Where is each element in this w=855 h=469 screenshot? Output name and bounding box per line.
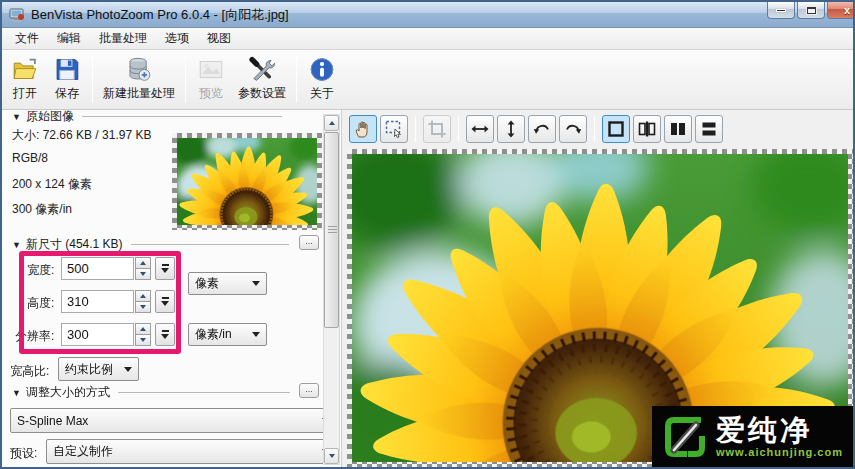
open-label: 打开 [13, 85, 37, 102]
maximize-button[interactable] [797, 2, 825, 19]
new-batch-label: 新建批量处理 [103, 85, 175, 102]
resize-method-value: S-Spline Max [17, 414, 318, 428]
original-section-header[interactable]: ▼ 原始图像 [12, 108, 318, 125]
menu-edit[interactable]: 编辑 [48, 27, 90, 50]
minimize-icon [776, 9, 786, 12]
width-label: 宽度: [27, 262, 54, 279]
stepper-down-button[interactable] [135, 302, 151, 313]
collapse-arrow-icon: ▼ [12, 112, 21, 122]
thumbnail-sunflower-image [177, 138, 317, 225]
open-folder-icon [10, 56, 40, 83]
stepper-up-button[interactable] [135, 257, 151, 269]
preview-button: 预览 [190, 53, 232, 106]
height-input[interactable] [61, 290, 134, 313]
menu-view[interactable]: 视图 [198, 27, 240, 50]
size-unit-value: 像素 [195, 275, 248, 292]
resolution-options-button[interactable] [155, 323, 175, 346]
batch-database-icon [124, 56, 154, 83]
watermark-badge: 爱纯净 www.aichunjing.com [652, 406, 853, 467]
original-mode-text: RGB/8 [12, 151, 48, 165]
stepper-down-button[interactable] [135, 269, 151, 280]
toolbar-separator [458, 116, 459, 142]
width-stepper[interactable] [135, 257, 151, 280]
resolution-stepper[interactable] [135, 323, 151, 346]
flip-vertical-button[interactable] [497, 115, 525, 143]
menu-batch[interactable]: 批量处理 [90, 27, 156, 50]
preset-select[interactable]: 自定义制作 [46, 439, 337, 464]
about-label: 关于 [310, 85, 334, 102]
rotate-cw-icon [563, 119, 583, 139]
about-info-icon [307, 56, 337, 83]
app-window: BenVista PhotoZoom Pro 6.0.4 - [向阳花.jpg]… [0, 0, 855, 469]
resize-method-select[interactable]: S-Spline Max [10, 408, 337, 433]
aspect-ratio-label: 宽高比: [10, 363, 49, 380]
collapse-arrow-icon: ▼ [12, 388, 21, 398]
view-dual-vertical-button[interactable] [664, 115, 692, 143]
up-arrow-icon [140, 327, 146, 331]
original-resolution-text: 300 像素/in [12, 201, 72, 218]
view-single-button[interactable] [602, 115, 630, 143]
scroll-down-button[interactable] [324, 448, 339, 464]
new-size-more-button[interactable]: ... [299, 235, 319, 250]
hand-icon [353, 119, 373, 139]
resolution-unit-select[interactable]: 像素/in [188, 323, 267, 346]
chevron-down-icon [161, 334, 169, 339]
aspect-ratio-select[interactable]: 约束比例 [58, 357, 139, 381]
rotate-ccw-button[interactable] [528, 115, 556, 143]
settings-button[interactable]: 参数设置 [232, 53, 292, 106]
dual-horizontal-view-icon [699, 119, 719, 139]
new-batch-button[interactable]: 新建批量处理 [97, 53, 181, 106]
header-rule [82, 116, 282, 117]
chevron-down-icon [161, 301, 169, 306]
watermark-logo-icon [662, 414, 708, 460]
about-button[interactable]: 关于 [301, 53, 343, 106]
preview-label: 预览 [199, 85, 223, 102]
stepper-up-button[interactable] [135, 323, 151, 335]
menu-file[interactable]: 文件 [6, 27, 48, 50]
down-arrow-icon [140, 272, 146, 276]
up-arrow-icon [140, 261, 146, 265]
minimize-button[interactable] [767, 2, 795, 19]
thumb-grip-icon [328, 226, 337, 234]
chevron-down-icon [161, 268, 169, 273]
width-options-button[interactable] [155, 257, 175, 280]
open-button[interactable]: 打开 [4, 53, 46, 106]
marquee-selection-icon [384, 119, 404, 139]
menu-options[interactable]: 选项 [156, 27, 198, 50]
height-options-button[interactable] [155, 290, 175, 313]
height-stepper[interactable] [135, 290, 151, 313]
view-dual-horizontal-button[interactable] [695, 115, 723, 143]
dual-vertical-view-icon [668, 119, 688, 139]
size-unit-select[interactable]: 像素 [188, 272, 267, 295]
pan-hand-tool-button[interactable] [349, 115, 377, 143]
scroll-up-button[interactable] [324, 115, 339, 131]
stepper-up-button[interactable] [135, 290, 151, 302]
flip-horizontal-button[interactable] [466, 115, 494, 143]
marquee-select-tool-button[interactable] [380, 115, 408, 143]
header-rule [118, 392, 290, 393]
watermark-url: www.aichunjing.com [716, 446, 843, 458]
view-split-button[interactable] [633, 115, 661, 143]
resolution-input[interactable] [61, 323, 134, 346]
save-button[interactable]: 保存 [46, 53, 88, 106]
new-size-section-header[interactable]: ▼ 新尺寸 (454.1 KB) [12, 236, 298, 253]
width-input[interactable] [61, 257, 134, 280]
crop-tool-button [423, 115, 451, 143]
stepper-down-button[interactable] [135, 335, 151, 346]
panel-scrollbar[interactable] [323, 114, 340, 465]
rotate-ccw-icon [532, 119, 552, 139]
resolution-label: 分辨率: [15, 328, 54, 345]
close-icon: x [844, 4, 850, 16]
resize-method-more-button[interactable]: ... [299, 383, 319, 398]
app-icon [9, 8, 25, 22]
rotate-cw-button[interactable] [559, 115, 587, 143]
chevron-down-icon [252, 281, 260, 286]
close-button[interactable]: x [827, 2, 855, 19]
settings-tools-icon [247, 56, 277, 83]
resize-method-section-header[interactable]: ▼ 调整大小的方式 [12, 384, 298, 401]
preset-value: 自定义制作 [53, 443, 318, 460]
image-viewport[interactable]: 爱纯净 www.aichunjing.com [347, 149, 853, 467]
combo-bar-icon [162, 330, 169, 332]
down-arrow-icon [140, 338, 146, 342]
scrollbar-thumb[interactable] [324, 132, 339, 328]
